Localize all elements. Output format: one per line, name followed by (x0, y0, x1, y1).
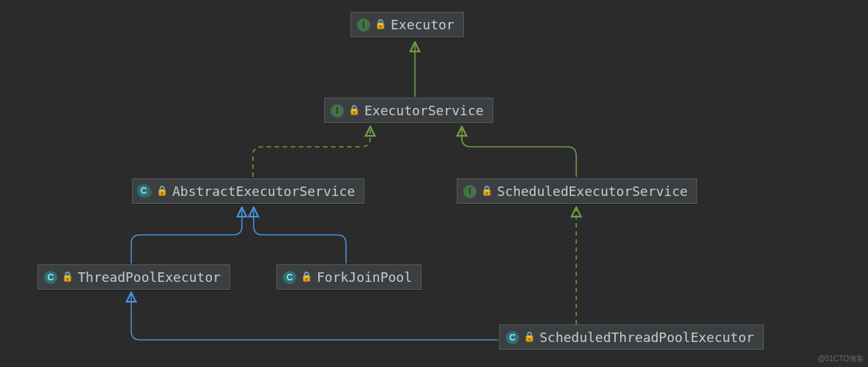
interface-icon: I (463, 185, 477, 198)
node-scheduled-executor-service[interactable]: I 🔒 ScheduledExecutorService (457, 178, 697, 204)
abstract-class-icon: I C (139, 185, 152, 198)
interface-icon: I (357, 18, 370, 32)
lock-icon: 🔒 (523, 331, 535, 342)
lock-icon: 🔒 (156, 185, 168, 196)
edge-scheduled-executorService (462, 128, 576, 177)
interface-icon: I (331, 104, 344, 117)
lock-icon: 🔒 (348, 104, 360, 115)
node-abstract-executor-service[interactable]: I C 🔒 AbstractExecutorService (132, 178, 364, 204)
edge-stpe-tpe (131, 294, 499, 340)
class-icon: C (283, 271, 296, 284)
edge-fjp-abstract (254, 208, 346, 264)
node-label: ThreadPoolExecutor (78, 269, 221, 285)
lock-icon: 🔒 (62, 271, 73, 282)
edge-abstract-executorService (253, 128, 370, 177)
node-label: ScheduledExecutorService (497, 184, 688, 199)
node-label: ExecutorService (364, 103, 484, 118)
node-label: ScheduledThreadPoolExecutor (540, 330, 754, 345)
node-scheduled-thread-pool-executor[interactable]: C 🔒 ScheduledThreadPoolExecutor (499, 324, 764, 350)
lock-icon: 🔒 (301, 271, 312, 282)
node-label: AbstractExecutorService (172, 184, 355, 199)
class-icon: C (44, 271, 57, 284)
lock-icon: 🔒 (481, 185, 493, 196)
lock-icon: 🔒 (375, 18, 386, 29)
node-executor-service[interactable]: I 🔒 ExecutorService (324, 98, 493, 123)
node-label: Executor (391, 17, 455, 32)
node-thread-pool-executor[interactable]: C 🔒 ThreadPoolExecutor (37, 264, 230, 290)
node-fork-join-pool[interactable]: C 🔒 ForkJoinPool (276, 264, 422, 290)
edge-tpe-abstract (131, 208, 242, 264)
node-executor[interactable]: I 🔒 Executor (350, 12, 464, 37)
node-label: ForkJoinPool (317, 269, 412, 285)
diagram-edges (0, 0, 868, 367)
watermark: @51CTO博客 (818, 354, 864, 364)
class-icon: C (506, 331, 519, 344)
